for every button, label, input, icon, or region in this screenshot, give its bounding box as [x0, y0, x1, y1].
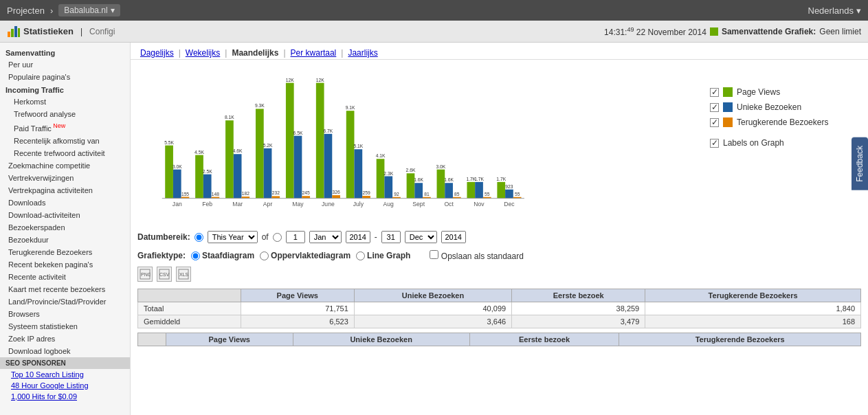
line-option[interactable]: Line Graph	[356, 251, 410, 260]
sidebar-item[interactable]: Systeem statistieken	[0, 320, 130, 333]
nav-divider: |	[80, 27, 82, 36]
sidebar-item[interactable]: Recent bekeken pagina's	[0, 258, 130, 271]
svg-text:PNG: PNG	[141, 272, 151, 277]
bar-label-uv: 923	[505, 184, 513, 189]
preset-radio[interactable]	[194, 233, 203, 242]
summary-label: Samenvattende Grafiek:	[722, 27, 816, 36]
bar-unieke-bezoeken	[234, 154, 242, 198]
bar-label-uv: 3.0K	[173, 164, 182, 169]
site-selector[interactable]: Babaluba.nl ▾	[58, 4, 120, 16]
sidebar-item[interactable]: Vertrekverwijzingen	[0, 172, 130, 184]
summary-value: Geen limiet	[819, 27, 861, 36]
labels-on-graph-checkbox[interactable]: ✓	[710, 139, 719, 148]
bar-unieke-bezoeken	[414, 183, 423, 198]
seo-link-item[interactable]: 1,000 Hits for $0.09	[0, 391, 130, 402]
tab-jaarlijks[interactable]: Jaarlijks	[345, 47, 380, 59]
time-display: 14:31:49 22 November 2014	[604, 26, 706, 37]
terugkerende-checkbox[interactable]: ✓	[710, 118, 719, 127]
seo-link-item[interactable]: 48 Hour Google Listing	[0, 380, 130, 391]
bar-unieke-bezoeken	[324, 134, 333, 199]
bottom-col-uv: Unieke Bezoeken	[293, 333, 469, 346]
sidebar-item[interactable]: Terugkerende Bezoekers	[0, 246, 130, 258]
sidebar-item[interactable]: Recente activiteit	[0, 271, 130, 283]
month-start-select[interactable]: JanFebMarApr MayJunJulAug SepOctNovDec	[309, 231, 342, 243]
export-csv-icon[interactable]: CSV	[157, 267, 172, 282]
sidebar-item[interactable]: Recente trefwoord activiteit	[0, 147, 130, 159]
bar-terugkerende	[271, 196, 280, 198]
export-icons: PNG CSV XLS	[131, 264, 868, 284]
feedback-tab[interactable]: Feedback	[852, 137, 868, 190]
unieke-bezoeken-checkbox[interactable]: ✓	[710, 103, 719, 112]
bar-page-views	[225, 120, 234, 198]
language-dropdown-icon: ▾	[856, 5, 861, 16]
month-label: Feb	[202, 201, 212, 208]
content-area: Dagelijks | Wekelijks | Maandelijks | Pe…	[131, 43, 868, 415]
date-range-controls: Datumbereik: This Year of JanFebMarApr M…	[131, 227, 868, 247]
main-layout: SamenvattingPer uurPopulaire pagina'sInc…	[0, 43, 868, 415]
bar-terugkerende	[332, 195, 340, 199]
sidebar-item[interactable]: Trefwoord analyse	[0, 108, 130, 120]
sidebar-item[interactable]: Bezoekerspaden	[0, 221, 130, 234]
top-navigation: Projecten › Babaluba.nl ▾ Nederlands ▾	[0, 0, 868, 21]
year-end-input[interactable]	[441, 231, 466, 243]
sidebar-item[interactable]: Populaire pagina's	[0, 71, 130, 83]
status-dot	[710, 27, 718, 36]
row-uv: 3,646	[354, 315, 511, 328]
month-label: Apr	[263, 201, 273, 208]
day-start-input[interactable]	[286, 231, 305, 243]
save-default-checkbox[interactable]	[430, 250, 438, 259]
bar-label-tr: 245	[302, 190, 310, 195]
sidebar-item[interactable]: Browsers	[0, 308, 130, 320]
oppervlak-option[interactable]: Oppervlaktediagram	[260, 251, 350, 260]
year-start-input[interactable]	[346, 231, 370, 243]
custom-radio[interactable]	[273, 233, 282, 242]
export-png-icon[interactable]: PNG	[137, 267, 153, 282]
tab-per-kwartaal[interactable]: Per kwartaal	[288, 47, 340, 59]
labels-on-graph-label: Labels on Graph	[723, 138, 784, 148]
sidebar-item[interactable]: Download-activiteiten	[0, 209, 130, 221]
bar-page-views	[195, 155, 203, 199]
bar-label-uv: 1.6K	[444, 177, 454, 182]
bar-unieke-bezoeken	[475, 182, 483, 199]
sidebar-item[interactable]: Zoekmachine competitie	[0, 159, 130, 172]
sidebar-item[interactable]: Recentelijk afkomstig van	[0, 135, 130, 147]
sidebar-item[interactable]: Kaart met recente bezoekers	[0, 283, 130, 295]
sidebar-item[interactable]: Downloads	[0, 197, 130, 209]
sidebar-item[interactable]: Zoek IP adres	[0, 333, 130, 345]
config-link[interactable]: Configi	[89, 27, 115, 36]
sidebar-section: Incoming Traffic	[0, 83, 130, 96]
top-nav-left: Projecten › Babaluba.nl ▾	[7, 4, 120, 16]
col-tv: Terugkerende Bezoekers	[645, 289, 861, 302]
bar-label-pv: 4.5K	[194, 150, 204, 155]
bottom-col-ev: Eerste bezoek	[469, 333, 619, 346]
seo-link-item[interactable]: Top 10 Search Listing	[0, 369, 130, 380]
bar-label-uv: 2.3K	[383, 171, 393, 176]
svg-rect-3	[18, 28, 20, 37]
bar-label-tr: 55	[515, 192, 520, 197]
export-xls-icon[interactable]: XLS	[176, 267, 191, 282]
bottom-col-label	[138, 333, 166, 346]
sidebar-item[interactable]: Land/Provincie/Stad/Provider	[0, 295, 130, 308]
page-views-checkbox[interactable]: ✓	[710, 88, 719, 97]
table-row: Totaal 71,751 40,099 38,259 1,840	[138, 302, 861, 315]
tab-dagelijks[interactable]: Dagelijks	[137, 47, 177, 59]
sidebar-item[interactable]: Herkomst	[0, 96, 130, 108]
time-text: 14:31:	[604, 27, 627, 37]
day-end-input[interactable]	[381, 231, 401, 243]
row-label: Totaal	[138, 302, 241, 315]
sidebar-item[interactable]: Per uur	[0, 58, 130, 71]
bar-terugkerende	[302, 196, 310, 198]
tab-maandelijks[interactable]: Maandelijks	[229, 47, 281, 59]
staaf-option[interactable]: Staafdiagram	[191, 251, 254, 260]
row-tv: 1,840	[645, 302, 861, 315]
bar-unieke-bezoeken	[445, 183, 453, 198]
tab-wekelijks[interactable]: Wekelijks	[183, 47, 223, 59]
sidebar-item[interactable]: Paid Traffic	[0, 120, 130, 135]
bottom-col-pv: Page Views	[166, 333, 293, 346]
sub-navigation: Statistieken | Configi 14:31:49 22 Novem…	[0, 21, 868, 43]
month-end-select[interactable]: JanFebMarApr MayJunJulAug SepOctNov Dec	[405, 231, 437, 243]
sidebar-item[interactable]: Bezoekduur	[0, 234, 130, 246]
preset-select[interactable]: This Year	[208, 231, 258, 243]
sidebar-item[interactable]: Vertrekpagina activiteiten	[0, 184, 130, 197]
sidebar-item[interactable]: Download logboek	[0, 345, 130, 357]
